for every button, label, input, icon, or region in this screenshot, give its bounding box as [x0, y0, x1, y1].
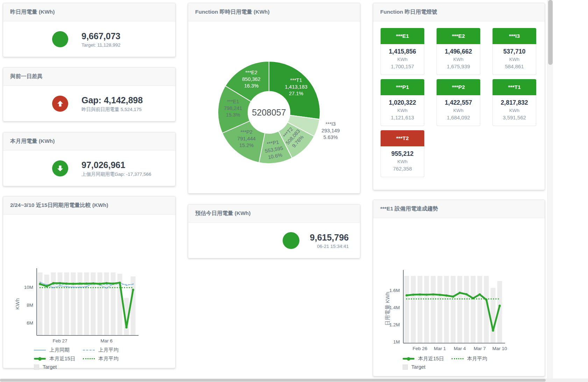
x-tick-label: Mar 1 [434, 346, 446, 351]
day-gap-sub: 昨日與前日用電量 5,524,175 [82, 106, 143, 113]
status-tile-body: 1,496,662KWh1,675,939 [437, 44, 480, 75]
donut-center-total: 5208057 [252, 107, 286, 117]
series-point [459, 292, 461, 294]
card-month-title: 本月用電量 (KWh) [3, 132, 175, 151]
series-point [479, 293, 481, 296]
x-tick-label: Feb 27 [52, 338, 67, 342]
target-bar [78, 272, 83, 335]
series-point [119, 282, 121, 284]
card-day-gap-title: 與前一日差異 [3, 68, 175, 86]
e1-trend-chart[interactable]: 1M1.2M1.4M1.6MFeb 26Mar 1Mar 4Mar 7Mar 1… [373, 218, 545, 351]
e1-trend-body: 1M1.2M1.4M1.6MFeb 26Mar 1Mar 4Mar 7Mar 1… [373, 218, 545, 370]
status-tile-target: 584,861 [494, 63, 534, 70]
status-tile-header: ***P2 [437, 79, 480, 95]
target-bar [444, 276, 449, 343]
target-bar [51, 272, 56, 335]
series-point [412, 293, 414, 296]
target-bar [44, 275, 49, 335]
series-point [79, 286, 81, 288]
card-month-usage: 本月用電量 (KWh) 97,026,961 上個月同期用電Gap: -17,3… [3, 132, 176, 186]
card-e1-trend-chart: ***E1 設備用電達成趨勢 1M1.2M1.4M1.6MFeb 26Mar 1… [373, 200, 545, 376]
legend-item[interactable]: 本月近15日 [403, 355, 452, 362]
target-bar [64, 272, 69, 335]
legend-label: 本月近15日 [418, 355, 444, 362]
compare-chart-legend: 上月同期上月平均本月近15日本月平均Target [3, 347, 175, 370]
status-tile-header: ***E1 [381, 28, 424, 44]
series-point [432, 293, 434, 296]
arrow-up-icon [52, 96, 68, 112]
target-bar [58, 272, 63, 335]
donut-chart[interactable]: ***T11,413,18327.1%***I3293,1495.63%***T… [188, 21, 360, 194]
target-bar [424, 276, 429, 343]
series-point [485, 299, 487, 301]
series-point [99, 283, 101, 285]
legend-swatch-dotted-icon [452, 358, 463, 359]
card-compare-chart: 2/24~3/10 近15日同期用電量比較 (KWh) 6M8M10MFeb 2… [3, 196, 176, 368]
y-tick-label: 1.4M [389, 305, 400, 310]
legend-item[interactable]: 上月平均 [83, 347, 132, 353]
legend-item[interactable]: 上月同期 [34, 347, 83, 353]
legend-label: 本月平均 [467, 355, 487, 362]
target-bar [404, 276, 409, 343]
series-point [66, 286, 68, 287]
legend-item[interactable]: 本月近15日 [34, 355, 83, 362]
status-tile-value: 1,496,662 [438, 47, 479, 56]
series-point [39, 283, 41, 285]
card-day-gap-body: Gap: 4,142,898 昨日與前日用電量 5,524,175 [3, 86, 175, 121]
legend-item[interactable]: Target [403, 364, 452, 370]
target-bar [471, 276, 476, 343]
legend-swatch-square-icon [403, 364, 408, 370]
legend-swatch-thick-icon [403, 358, 415, 360]
target-bar [84, 272, 89, 335]
series-point [465, 293, 467, 295]
legend-label: 本月平均 [98, 355, 119, 362]
status-tile-target: 3,591,562 [494, 114, 534, 121]
target-bar [438, 276, 442, 343]
horizontal-scrollbar-thumb[interactable] [0, 379, 546, 382]
series-point [445, 294, 447, 297]
status-ok-icon [52, 31, 68, 47]
legend-swatch-thin-icon [34, 350, 46, 350]
card-realtime-donut: Function 即時日用電量 (KWh) ***T11,413,18327.1… [188, 3, 360, 194]
vertical-scrollbar[interactable] [547, 0, 553, 378]
series-point [132, 289, 134, 291]
x-tick-label: Mar 6 [100, 338, 113, 342]
card-yesterday-usage: 昨日用電量 (KWh) 9,667,073 Target: 11,128,992 [3, 3, 176, 57]
status-tile-unit: KWh [494, 107, 534, 114]
status-tile: ***T12,817,832KWh3,591,562 [493, 79, 536, 126]
donut-slice-label: ***I3293,1495.63% [321, 121, 340, 140]
target-bar [104, 272, 109, 335]
target-bar [458, 276, 462, 343]
status-tiles-grid: ***E11,415,856KWh1,700,157***E21,496,662… [373, 21, 545, 177]
series-point [45, 285, 48, 287]
target-bar [491, 288, 496, 343]
series-point [40, 282, 41, 283]
target-bar [431, 276, 436, 343]
status-tile-header: ***E2 [437, 28, 480, 44]
kpi-text: 9,615,796 06-21 15:34:41 [310, 232, 349, 249]
status-tile-unit: KWh [382, 158, 423, 165]
legend-swatch-thick-icon [34, 358, 46, 360]
card-yesterday-body: 9,667,073 Target: 11,128,992 [3, 21, 175, 57]
legend-item[interactable]: 本月平均 [452, 355, 501, 362]
status-tile-value: 1,020,322 [382, 98, 423, 107]
series-point [105, 282, 107, 284]
legend-item[interactable]: Target [34, 364, 83, 370]
series-point [59, 282, 61, 284]
card-month-body: 97,026,961 上個月同期用電Gap: -17,377,566 [3, 151, 175, 186]
legend-swatch-square-icon [34, 364, 39, 370]
column-middle: Function 即時日用電量 (KWh) ***T11,413,18327.1… [188, 3, 360, 258]
kpi-text: 9,667,073 Target: 11,128,992 [82, 31, 121, 48]
line-chart-svg: 1M1.2M1.4M1.6MFeb 26Mar 1Mar 4Mar 7Mar 1… [373, 218, 545, 351]
compare-chart[interactable]: 6M8M10MFeb 27Mar 6KWh [3, 215, 175, 342]
series-point [79, 283, 81, 285]
card-status-lights: Function 昨日用電燈號 ***E11,415,856KWh1,700,1… [373, 3, 545, 190]
series-point [72, 283, 74, 285]
vertical-scrollbar-thumb[interactable] [548, 0, 553, 65]
horizontal-scrollbar[interactable] [0, 378, 588, 382]
status-tile: ***T2955,212KWh762,358 [381, 130, 424, 177]
status-tile-value: 1,422,557 [438, 98, 479, 107]
yesterday-usage-target: Target: 11,128,992 [82, 42, 121, 48]
status-tile-target: 762,358 [382, 165, 423, 173]
legend-item[interactable]: 本月平均 [83, 355, 132, 362]
